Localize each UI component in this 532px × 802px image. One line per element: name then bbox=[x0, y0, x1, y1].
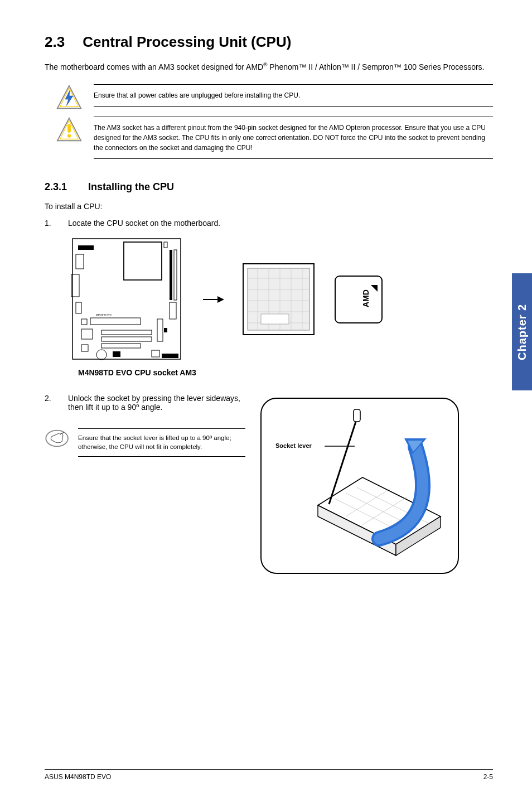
footer-left: ASUS M4N98TD EVO bbox=[45, 773, 111, 781]
svg-text:M4N98TD EVO: M4N98TD EVO bbox=[96, 313, 112, 316]
svg-rect-26 bbox=[170, 250, 172, 300]
callout-warning-text: Ensure that all power cables are unplugg… bbox=[94, 84, 493, 107]
amd-cpu-chip-icon: AMD bbox=[333, 274, 384, 325]
subsection-title: 2.3.1Installing the CPU bbox=[45, 181, 493, 193]
svg-rect-23 bbox=[162, 354, 178, 358]
callout-warning: Ensure that all power cables are unplugg… bbox=[45, 84, 493, 111]
exclamation-caution-icon bbox=[56, 117, 83, 143]
svg-rect-46 bbox=[335, 276, 382, 323]
svg-text:AMD: AMD bbox=[361, 289, 370, 307]
intro-paragraph: The motherboard comes with an AM3 socket… bbox=[45, 61, 493, 73]
svg-rect-24 bbox=[124, 242, 162, 280]
callout-caution: The AM3 socket has a different pinout fr… bbox=[45, 117, 493, 159]
svg-rect-25 bbox=[164, 242, 167, 248]
socket-lever-label: Socket lever bbox=[275, 442, 312, 449]
svg-rect-5 bbox=[67, 124, 71, 132]
callout-caution-text: The AM3 socket has a different pinout fr… bbox=[94, 117, 493, 159]
svg-point-6 bbox=[67, 134, 71, 137]
step-2-number: 2. bbox=[45, 394, 68, 412]
lightning-warning-icon bbox=[56, 84, 83, 111]
subsection-number: 2.3.1 bbox=[45, 181, 67, 193]
note-hand-icon bbox=[45, 428, 70, 448]
motherboard-diagram-icon: M4N98TD EVO bbox=[68, 235, 185, 364]
section-number: 2.3 bbox=[45, 33, 65, 51]
step-2-note-text: Ensure that the socket lever is lifted u… bbox=[78, 428, 245, 457]
chapter-tab: Chapter 2 bbox=[512, 273, 532, 390]
board-caption: M4N98TD EVO CPU socket AM3 bbox=[45, 368, 493, 377]
subsection-name: Installing the CPU bbox=[88, 181, 174, 192]
step-2-text: Unlock the socket by pressing the lever … bbox=[68, 394, 245, 412]
arrow-right-icon bbox=[202, 294, 224, 305]
cpu-socket-closeup-icon bbox=[241, 262, 316, 337]
step-2-note: Ensure that the socket lever is lifted u… bbox=[45, 428, 245, 457]
step-1: 1. Locate the CPU socket on the motherbo… bbox=[45, 219, 493, 228]
svg-rect-30 bbox=[164, 328, 167, 332]
svg-rect-21 bbox=[113, 351, 120, 357]
section-name: Central Processing Unit (CPU) bbox=[83, 33, 291, 50]
svg-marker-32 bbox=[217, 296, 224, 303]
step-1-number: 1. bbox=[45, 219, 68, 228]
intro-part1: The motherboard comes with an AM3 socket… bbox=[45, 62, 263, 71]
page-footer: ASUS M4N98TD EVO 2-5 bbox=[45, 769, 493, 781]
svg-rect-62 bbox=[354, 409, 360, 422]
footer-right: 2-5 bbox=[483, 773, 493, 781]
intro-part2: Phenom™ II / Athlon™ II / Sempron™ 100 S… bbox=[267, 62, 484, 71]
board-illustration-area: M4N98TD EVO bbox=[45, 235, 493, 364]
section-title: 2.3Central Processing Unit (CPU) bbox=[45, 33, 493, 51]
socket-lever-diagram-icon bbox=[257, 394, 463, 578]
step-1-text: Locate the CPU socket on the motherboard… bbox=[68, 219, 220, 228]
svg-rect-8 bbox=[78, 245, 94, 250]
prestep-text: To install a CPU: bbox=[45, 202, 493, 211]
step-2: 2. Unlock the socket by pressing the lev… bbox=[45, 394, 245, 412]
svg-rect-45 bbox=[261, 314, 289, 324]
